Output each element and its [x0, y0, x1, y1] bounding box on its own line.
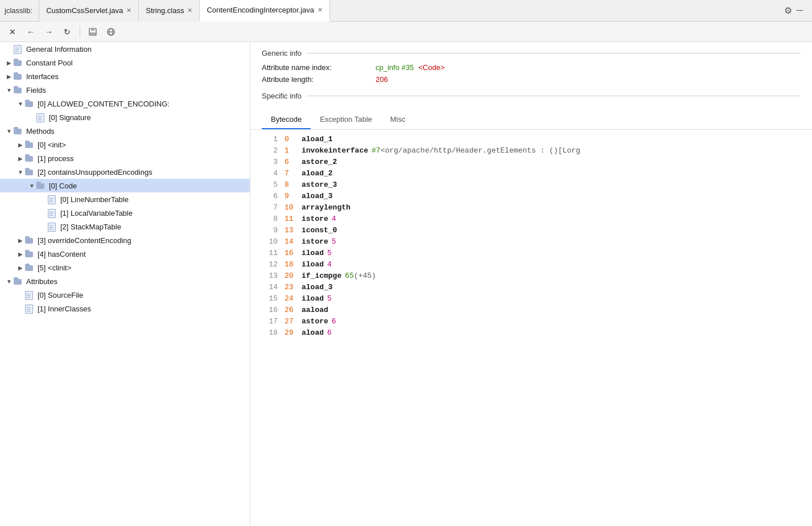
sidebar-item[interactable]: ▼[0] ALLOWED_CONTENT_ENCODING:	[0, 97, 250, 110]
tree-arrow-icon[interactable]: ▶	[16, 237, 25, 244]
bytecode-argument: #7	[372, 146, 381, 155]
bytecode-offset: 18	[285, 260, 297, 269]
web-button[interactable]	[103, 24, 119, 40]
tree-arrow-icon[interactable]: ▶	[16, 155, 25, 162]
title-bar: jclasslib: CustomCssServlet.java ✕ Strin…	[0, 0, 812, 22]
sidebar-item[interactable]: ▼Methods	[0, 124, 250, 138]
forward-button[interactable]: →	[41, 24, 57, 40]
tree-item-label: [0] <init>	[38, 141, 66, 149]
folder-icon	[14, 58, 24, 67]
tree-arrow-icon[interactable]: ▶	[16, 142, 25, 148]
line-number: 14	[262, 283, 278, 291]
bytecode-argument: 65	[345, 272, 354, 280]
line-number: 8	[262, 215, 278, 223]
folder-icon	[25, 236, 35, 245]
sidebar-item[interactable]: ▶[3] overrideContentEncoding	[0, 233, 250, 247]
tab-bytecode[interactable]: Bytecode	[262, 110, 311, 129]
tree-arrow-icon[interactable]: ▶	[5, 73, 14, 80]
sidebar-item[interactable]: ▼[0] Code	[0, 179, 250, 192]
tab-contentencoding-label: ContentEncodingInterceptor.java	[207, 6, 314, 14]
file-icon	[36, 113, 47, 122]
generic-info-header: Generic info	[262, 49, 801, 57]
attr-name-link[interactable]: cp_info #35	[376, 63, 414, 72]
bytecode-area[interactable]: 10aload_121invokeinterface#7 <org/apache…	[250, 130, 812, 526]
sidebar-item[interactable]: [0] Signature	[0, 110, 250, 124]
folder-icon	[25, 154, 35, 163]
specific-info-line	[306, 96, 801, 96]
bytecode-line: 913iconst_0	[250, 225, 812, 237]
bytecode-line: 1218iload4	[250, 260, 812, 271]
back-button[interactable]: ←	[23, 24, 39, 40]
tree-arrow-icon[interactable]: ▼	[5, 278, 14, 285]
line-number: 16	[262, 306, 278, 314]
sidebar-item[interactable]: ▶Constant Pool	[0, 56, 250, 69]
sidebar-item[interactable]: ▼Attributes	[0, 274, 250, 288]
line-number: 12	[262, 260, 278, 269]
bytecode-line: 1014istore5	[250, 237, 812, 248]
tree-arrow-icon[interactable]: ▶	[5, 60, 14, 66]
minimize-icon[interactable]: ─	[797, 5, 803, 16]
tree-item-label: [1] InnerClasses	[38, 305, 91, 313]
tree-arrow-icon[interactable]: ▶	[16, 251, 25, 257]
sidebar-item[interactable]: [2] StackMapTable	[0, 220, 250, 233]
bytecode-line: 21invokeinterface#7 <org/apache/http/Hea…	[250, 146, 812, 157]
sidebar-item[interactable]: ▶Interfaces	[0, 69, 250, 83]
tree-arrow-icon[interactable]: ▼	[16, 169, 25, 175]
tab-contentencoding-close[interactable]: ✕	[318, 6, 323, 14]
file-icon	[25, 290, 35, 299]
tab-exception-table[interactable]: Exception Table	[311, 110, 381, 129]
tree-arrow-icon[interactable]: ▼	[5, 87, 14, 93]
reload-button[interactable]: ↻	[59, 24, 75, 40]
tree-arrow-icon[interactable]: ▼	[16, 101, 25, 107]
bytecode-argument: 5	[327, 294, 332, 303]
tree-arrow-icon[interactable]: ▶	[16, 265, 25, 271]
sidebar-item[interactable]: [0] SourceFile	[0, 288, 250, 302]
tree-item-label: [3] overrideContentEncoding	[38, 236, 131, 245]
main-layout: General Information▶Constant Pool▶Interf…	[0, 42, 812, 526]
bytecode-offset: 13	[285, 226, 297, 235]
bytecode-instruction: istore	[302, 237, 328, 246]
tree-arrow-icon[interactable]: ▼	[5, 128, 14, 134]
line-number: 4	[262, 169, 278, 178]
tab-customcss-close[interactable]: ✕	[126, 7, 131, 14]
bytecode-instruction: astore	[302, 317, 328, 326]
bytecode-line: 69aload_3	[250, 191, 812, 203]
settings-icon[interactable]: ⚙	[784, 5, 792, 16]
specific-info-header: Specific info	[262, 92, 801, 100]
line-number: 13	[262, 272, 278, 280]
bytecode-instruction: aload_3	[302, 192, 333, 200]
tab-string-close[interactable]: ✕	[187, 7, 192, 14]
file-icon	[48, 208, 58, 217]
sidebar-item[interactable]: [1] InnerClasses	[0, 302, 250, 315]
sidebar-item[interactable]: General Information	[0, 42, 250, 56]
sidebar-item[interactable]: ▶[4] hasContent	[0, 247, 250, 261]
tree-arrow-icon[interactable]: ▼	[27, 183, 36, 189]
line-number: 10	[262, 237, 278, 246]
bytecode-offset: 10	[285, 203, 297, 212]
folder-icon	[14, 85, 24, 94]
folder-icon	[25, 263, 35, 272]
sidebar-item[interactable]: [1] LocalVariableTable	[0, 206, 250, 220]
bytecode-argument: 4	[332, 215, 336, 223]
tab-misc[interactable]: Misc	[381, 110, 415, 129]
tab-string[interactable]: String.class ✕	[138, 0, 200, 22]
generic-info-title: Generic info	[262, 49, 302, 57]
sidebar-item[interactable]: ▶[1] process	[0, 151, 250, 165]
line-number: 7	[262, 203, 278, 212]
bytecode-offset: 9	[285, 192, 297, 200]
file-icon	[48, 222, 58, 231]
sidebar-item[interactable]: ▼Fields	[0, 83, 250, 97]
sidebar-item[interactable]: ▶[0] <init>	[0, 138, 250, 151]
save-button[interactable]	[85, 24, 101, 40]
close-button[interactable]: ✕	[5, 24, 20, 40]
sidebar-item[interactable]: ▶[5] <clinit>	[0, 261, 250, 274]
sidebar-item[interactable]: [0] LineNumberTable	[0, 192, 250, 206]
bytecode-line: 710arraylength	[250, 203, 812, 214]
tree-item-label: General Information	[26, 45, 92, 54]
tab-contentencoding[interactable]: ContentEncodingInterceptor.java ✕	[199, 0, 330, 22]
tree-item-label: [0] ALLOWED_CONTENT_ENCODING:	[38, 100, 170, 108]
folder-icon	[25, 167, 35, 176]
tab-customcss[interactable]: CustomCssServlet.java ✕	[39, 0, 139, 22]
sidebar-item[interactable]: ▼[2] containsUnsupportedEncodings	[0, 165, 250, 179]
bytecode-offset: 20	[285, 272, 297, 280]
